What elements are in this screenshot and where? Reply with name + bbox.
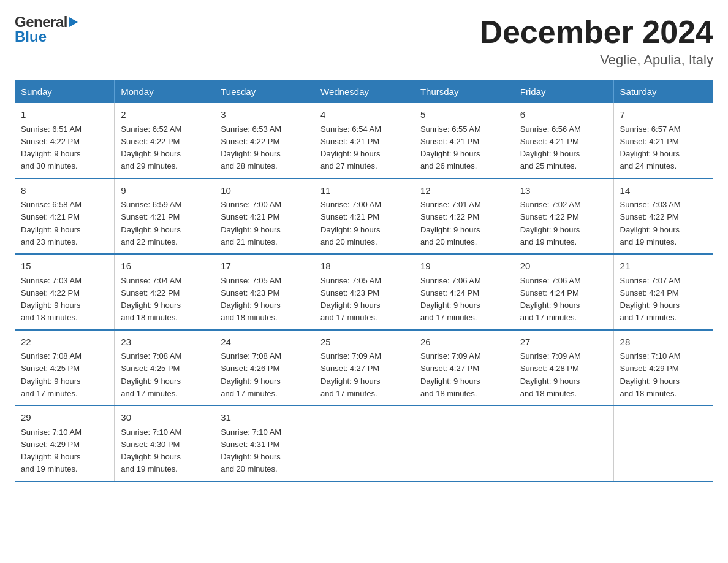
table-row: 14 Sunrise: 7:03 AMSunset: 4:22 PMDaylig…	[613, 178, 713, 255]
page-header: General Blue December 2024 Veglie, Apuli…	[15, 15, 713, 68]
table-row: 13 Sunrise: 7:02 AMSunset: 4:22 PMDaylig…	[514, 178, 613, 255]
table-row: 2 Sunrise: 6:52 AMSunset: 4:22 PMDayligh…	[115, 103, 214, 178]
table-row: 12 Sunrise: 7:01 AMSunset: 4:22 PMDaylig…	[414, 178, 514, 255]
day-info: Sunrise: 7:10 AMSunset: 4:30 PMDaylight:…	[121, 427, 181, 474]
col-saturday: Saturday	[613, 80, 713, 103]
table-row: 30 Sunrise: 7:10 AMSunset: 4:30 PMDaylig…	[115, 405, 214, 481]
table-row: 26 Sunrise: 7:09 AMSunset: 4:27 PMDaylig…	[414, 330, 514, 406]
day-info: Sunrise: 7:09 AMSunset: 4:27 PMDaylight:…	[320, 351, 381, 398]
day-info: Sunrise: 6:58 AMSunset: 4:21 PMDaylight:…	[21, 200, 82, 247]
table-row	[514, 405, 613, 481]
day-number: 14	[620, 184, 707, 198]
day-number: 24	[221, 335, 308, 350]
day-info: Sunrise: 6:53 AMSunset: 4:22 PMDaylight:…	[221, 124, 281, 171]
day-info: Sunrise: 7:01 AMSunset: 4:22 PMDaylight:…	[420, 200, 481, 247]
calendar-week-row: 1 Sunrise: 6:51 AMSunset: 4:22 PMDayligh…	[15, 103, 713, 178]
day-info: Sunrise: 7:08 AMSunset: 4:26 PMDaylight:…	[221, 351, 281, 398]
calendar-week-row: 8 Sunrise: 6:58 AMSunset: 4:21 PMDayligh…	[15, 178, 713, 255]
table-row: 9 Sunrise: 6:59 AMSunset: 4:21 PMDayligh…	[115, 178, 214, 255]
day-info: Sunrise: 6:57 AMSunset: 4:21 PMDaylight:…	[620, 124, 681, 171]
col-monday: Monday	[115, 80, 214, 103]
day-info: Sunrise: 7:09 AMSunset: 4:28 PMDaylight:…	[520, 351, 581, 398]
calendar-header-row: Sunday Monday Tuesday Wednesday Thursday…	[15, 80, 713, 103]
day-info: Sunrise: 7:03 AMSunset: 4:22 PMDaylight:…	[21, 276, 82, 323]
day-number: 2	[121, 108, 208, 122]
table-row: 25 Sunrise: 7:09 AMSunset: 4:27 PMDaylig…	[314, 330, 414, 406]
table-row	[314, 405, 414, 481]
table-row: 15 Sunrise: 7:03 AMSunset: 4:22 PMDaylig…	[15, 254, 115, 330]
table-row: 28 Sunrise: 7:10 AMSunset: 4:29 PMDaylig…	[613, 330, 713, 406]
day-number: 3	[221, 108, 308, 122]
table-row: 17 Sunrise: 7:05 AMSunset: 4:23 PMDaylig…	[214, 254, 314, 330]
day-info: Sunrise: 7:02 AMSunset: 4:22 PMDaylight:…	[520, 200, 581, 247]
day-info: Sunrise: 6:59 AMSunset: 4:21 PMDaylight:…	[121, 200, 181, 247]
day-number: 4	[320, 108, 408, 122]
day-info: Sunrise: 7:08 AMSunset: 4:25 PMDaylight:…	[21, 351, 82, 398]
day-info: Sunrise: 7:09 AMSunset: 4:27 PMDaylight:…	[420, 351, 481, 398]
day-info: Sunrise: 7:08 AMSunset: 4:25 PMDaylight:…	[121, 351, 181, 398]
day-info: Sunrise: 7:07 AMSunset: 4:24 PMDaylight:…	[620, 276, 681, 323]
table-row: 29 Sunrise: 7:10 AMSunset: 4:29 PMDaylig…	[15, 405, 115, 481]
table-row: 18 Sunrise: 7:05 AMSunset: 4:23 PMDaylig…	[314, 254, 414, 330]
table-row	[414, 405, 514, 481]
table-row: 4 Sunrise: 6:54 AMSunset: 4:21 PMDayligh…	[314, 103, 414, 178]
table-row: 1 Sunrise: 6:51 AMSunset: 4:22 PMDayligh…	[15, 103, 115, 178]
table-row: 3 Sunrise: 6:53 AMSunset: 4:22 PMDayligh…	[214, 103, 314, 178]
day-info: Sunrise: 7:05 AMSunset: 4:23 PMDaylight:…	[320, 276, 381, 323]
table-row: 8 Sunrise: 6:58 AMSunset: 4:21 PMDayligh…	[15, 178, 115, 255]
table-row: 16 Sunrise: 7:04 AMSunset: 4:22 PMDaylig…	[115, 254, 214, 330]
calendar-week-row: 29 Sunrise: 7:10 AMSunset: 4:29 PMDaylig…	[15, 405, 713, 481]
day-number: 11	[320, 184, 408, 198]
day-info: Sunrise: 7:05 AMSunset: 4:23 PMDaylight:…	[221, 276, 281, 323]
day-number: 9	[121, 184, 208, 198]
day-info: Sunrise: 7:06 AMSunset: 4:24 PMDaylight:…	[420, 276, 481, 323]
table-row: 23 Sunrise: 7:08 AMSunset: 4:25 PMDaylig…	[115, 330, 214, 406]
table-row: 27 Sunrise: 7:09 AMSunset: 4:28 PMDaylig…	[514, 330, 613, 406]
day-number: 22	[21, 335, 108, 350]
day-number: 16	[121, 259, 208, 274]
col-thursday: Thursday	[414, 80, 514, 103]
day-number: 5	[420, 108, 507, 122]
day-number: 30	[121, 411, 208, 425]
table-row	[613, 405, 713, 481]
day-number: 1	[21, 108, 108, 122]
day-number: 7	[620, 108, 707, 122]
day-number: 15	[21, 259, 108, 274]
day-info: Sunrise: 7:03 AMSunset: 4:22 PMDaylight:…	[620, 200, 681, 247]
day-number: 26	[420, 335, 507, 350]
logo-arrow-icon	[69, 17, 78, 27]
day-info: Sunrise: 7:04 AMSunset: 4:22 PMDaylight:…	[121, 276, 181, 323]
calendar-table: Sunday Monday Tuesday Wednesday Thursday…	[15, 80, 713, 482]
day-number: 25	[320, 335, 408, 350]
logo: General Blue	[15, 15, 78, 44]
day-number: 21	[620, 259, 707, 274]
day-number: 6	[520, 108, 607, 122]
day-info: Sunrise: 6:52 AMSunset: 4:22 PMDaylight:…	[121, 124, 181, 171]
day-info: Sunrise: 7:10 AMSunset: 4:29 PMDaylight:…	[620, 351, 681, 398]
calendar-week-row: 22 Sunrise: 7:08 AMSunset: 4:25 PMDaylig…	[15, 330, 713, 406]
day-number: 8	[21, 184, 108, 198]
table-row: 31 Sunrise: 7:10 AMSunset: 4:31 PMDaylig…	[214, 405, 314, 481]
title-section: December 2024 Veglie, Apulia, Italy	[479, 15, 713, 68]
calendar-subtitle: Veglie, Apulia, Italy	[479, 52, 713, 68]
day-number: 29	[21, 411, 108, 425]
day-number: 19	[420, 259, 507, 274]
day-number: 13	[520, 184, 607, 198]
table-row: 7 Sunrise: 6:57 AMSunset: 4:21 PMDayligh…	[613, 103, 713, 178]
day-info: Sunrise: 6:55 AMSunset: 4:21 PMDaylight:…	[420, 124, 481, 171]
logo-blue: Blue	[15, 28, 47, 45]
table-row: 22 Sunrise: 7:08 AMSunset: 4:25 PMDaylig…	[15, 330, 115, 406]
day-number: 20	[520, 259, 607, 274]
day-info: Sunrise: 7:06 AMSunset: 4:24 PMDaylight:…	[520, 276, 581, 323]
table-row: 6 Sunrise: 6:56 AMSunset: 4:21 PMDayligh…	[514, 103, 613, 178]
day-number: 12	[420, 184, 507, 198]
day-number: 17	[221, 259, 308, 274]
calendar-title: December 2024	[479, 15, 713, 50]
table-row: 5 Sunrise: 6:55 AMSunset: 4:21 PMDayligh…	[414, 103, 514, 178]
day-number: 18	[320, 259, 408, 274]
table-row: 21 Sunrise: 7:07 AMSunset: 4:24 PMDaylig…	[613, 254, 713, 330]
day-info: Sunrise: 7:10 AMSunset: 4:29 PMDaylight:…	[21, 427, 82, 474]
col-tuesday: Tuesday	[214, 80, 314, 103]
table-row: 24 Sunrise: 7:08 AMSunset: 4:26 PMDaylig…	[214, 330, 314, 406]
table-row: 10 Sunrise: 7:00 AMSunset: 4:21 PMDaylig…	[214, 178, 314, 255]
